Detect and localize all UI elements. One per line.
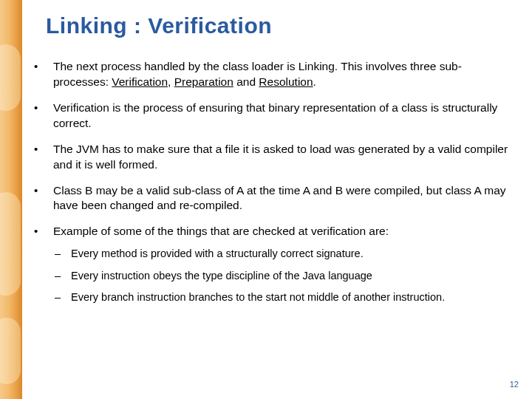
bullet-text-part: . (313, 75, 316, 88)
bullet-text-part: , (168, 75, 174, 88)
bullet-text-part: and (233, 75, 259, 88)
slide-title: Linking : Verification (46, 13, 272, 38)
sub-bullet-text: Every instruction obeys the type discipl… (71, 270, 372, 282)
bullet-item: Example of some of the things that are c… (31, 224, 513, 305)
bullet-item: Verification is the process of ensuring … (31, 100, 513, 132)
bullet-underline: Verification (112, 75, 168, 88)
bullet-item: The JVM has to make sure that a file it … (31, 142, 513, 173)
bullet-underline: Resolution (259, 75, 313, 88)
bullet-item: The next process handled by the class lo… (31, 59, 513, 90)
sub-bullet-item: Every branch instruction branches to the… (53, 290, 513, 305)
bullet-text: Verification is the process of ensuring … (53, 101, 497, 129)
bullet-text: Example of some of the things that are c… (53, 225, 389, 237)
bullet-item: Class B may be a valid sub-class of A at… (31, 183, 513, 214)
bullet-text: Class B may be a valid sub-class of A at… (53, 184, 506, 212)
sub-bullet-item: Every method is provided with a structur… (53, 247, 513, 262)
slide-side-decoration (0, 0, 22, 399)
slide-body: The next process handled by the class lo… (31, 59, 513, 316)
bullet-text: The JVM has to make sure that a file it … (53, 143, 508, 171)
bullet-underline: Preparation (174, 75, 233, 88)
sub-bullet-text: Every branch instruction branches to the… (71, 291, 445, 303)
sub-bullet-item: Every instruction obeys the type discipl… (53, 269, 513, 284)
page-number: 12 (510, 380, 519, 389)
sub-bullet-text: Every method is provided with a structur… (71, 248, 364, 259)
